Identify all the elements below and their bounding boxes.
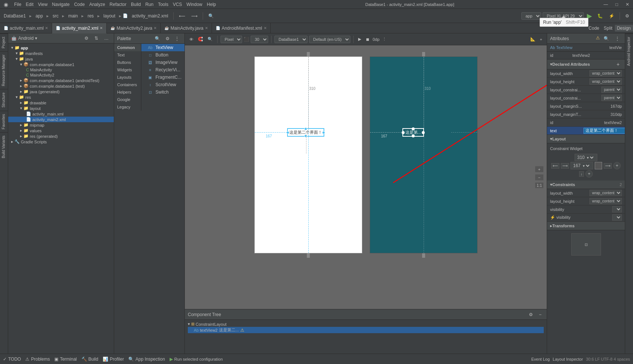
- top-value-dropdown[interactable]: ▾: [585, 155, 595, 160]
- tree-java-gen[interactable]: ▸ 📁 java (generated): [8, 89, 114, 94]
- todo-btn[interactable]: ✓ TODO: [3, 357, 21, 362]
- tree-values[interactable]: ▸ 📁 values: [8, 128, 114, 133]
- menu-vcs[interactable]: VCS: [171, 2, 184, 7]
- tab-androidmanifest-xml[interactable]: 📄 AndroidManifest.xml ✕: [212, 23, 271, 33]
- tab-close-icon[interactable]: ✕: [264, 26, 267, 30]
- add-constraint-btn[interactable]: +: [613, 162, 621, 169]
- left-constraint-btn[interactable]: ⟵: [551, 163, 559, 169]
- tree-mainactivity[interactable]: C MainActivity: [8, 67, 114, 72]
- component-tree-gear-btn[interactable]: ⚙: [527, 311, 535, 318]
- layout-inspector-btn[interactable]: Layout Inspector: [553, 357, 583, 361]
- canvas-more-btn[interactable]: ⋮: [381, 36, 388, 42]
- tree-app[interactable]: ▾ 📁 app: [8, 45, 114, 51]
- tree-gradle[interactable]: ▸ 🔧 Gradle Scripts: [8, 139, 114, 144]
- tree-drawable[interactable]: ▸ 📁 drawable: [8, 100, 114, 105]
- tree-layout[interactable]: ▾ 📁 layout: [8, 105, 114, 111]
- textview-element-white[interactable]: 这是第二个界面！: [287, 128, 324, 137]
- palette-buttons-header[interactable]: Buttons: [114, 59, 141, 66]
- palette-more-btn[interactable]: ⋮: [173, 35, 181, 42]
- attr-layout-width-value[interactable]: wrap_content: [584, 70, 622, 77]
- tab-activity-main2-xml[interactable]: 📄 activity_main2.xml ✕: [52, 23, 107, 33]
- app-config-dropdown[interactable]: app: [521, 12, 541, 20]
- palette-fragment-item[interactable]: ▣ FragmentC...: [141, 74, 184, 81]
- palette-settings-btn[interactable]: ⚙: [163, 35, 172, 42]
- palette-helpers-header[interactable]: Helpers: [114, 88, 141, 96]
- resource-manager-tab[interactable]: Resource Manager: [0, 51, 8, 89]
- handle-right-dark[interactable]: [422, 131, 425, 134]
- constraints-layout-width-dropdown[interactable]: wrap_content: [589, 190, 622, 196]
- menu-tools[interactable]: Tools: [156, 2, 171, 7]
- problems-btn[interactable]: ⚠ Problems: [25, 357, 50, 362]
- constraints-layout-height-dropdown[interactable]: wrap_content: [589, 198, 622, 204]
- declared-attributes-header[interactable]: ▾ Declared Attributes +: [547, 59, 625, 69]
- tab-mainactivity2-java[interactable]: ☕ MainActivity2.java ✕: [107, 23, 161, 33]
- app-inspection-btn[interactable]: 🔍 App Inspection: [128, 357, 165, 362]
- palette-legacy-header[interactable]: Legacy: [114, 103, 141, 111]
- tree-manifests[interactable]: ▾ 📁 manifests: [8, 51, 114, 56]
- toolbar-search-btn[interactable]: 🔍: [206, 13, 216, 19]
- palette-scrollview-item[interactable]: ↕ ScrollView: [141, 81, 184, 88]
- attr-layout-width-dropdown[interactable]: wrap_content: [589, 70, 622, 77]
- toolbar-main-btn[interactable]: main: [66, 13, 80, 19]
- textview-element-dark[interactable]: 这是第...: [402, 128, 424, 137]
- right-arrow-btn[interactable]: ⟶: [604, 163, 612, 169]
- constraints-section-header[interactable]: ▾ Constraints 2: [547, 181, 625, 189]
- canvas-scale-dropdown[interactable]: 30: [251, 36, 268, 43]
- left-arrow-btn[interactable]: ⟶: [561, 163, 569, 169]
- tree-res[interactable]: ▾ 📁 res: [8, 94, 114, 100]
- structure-tab[interactable]: Structure: [0, 89, 8, 111]
- tab-activity-main-xml[interactable]: 📄 activity_main.xml ✕: [0, 23, 52, 33]
- bottom-constraint-btn[interactable]: ↓: [579, 171, 584, 177]
- tab-close-icon[interactable]: ✕: [154, 26, 157, 30]
- menu-code[interactable]: Code: [72, 2, 87, 7]
- left-value-input[interactable]: 167 ▾: [571, 162, 593, 169]
- canvas-main[interactable]: 这是第二个界面！: [185, 45, 547, 309]
- view-design-btn[interactable]: Design: [615, 25, 633, 32]
- attr-text-input[interactable]: [584, 128, 625, 134]
- zoom-in-btn[interactable]: +: [535, 166, 544, 173]
- handle-bottom[interactable]: [304, 134, 307, 137]
- canvas-locale-dropdown[interactable]: Default (en-US): [309, 36, 350, 43]
- canvas-ruler-btn[interactable]: 📐: [529, 36, 537, 42]
- tree-java[interactable]: ▾ 📁 java: [8, 56, 114, 62]
- toolbar-src-btn[interactable]: src: [50, 13, 61, 19]
- transforms-section-header[interactable]: ▸ Transforms: [547, 222, 625, 230]
- palette-containers-header[interactable]: Containers: [114, 81, 141, 88]
- attr-text-row[interactable]: text: [547, 127, 625, 135]
- view-split-btn[interactable]: Split: [601, 25, 614, 32]
- canvas-stop-btn[interactable]: ⏹: [364, 36, 371, 42]
- layout-section-header[interactable]: ▾ Layout: [547, 135, 625, 143]
- palette-imageview-item[interactable]: 🖼 ImageView: [141, 59, 184, 66]
- favorites-tab[interactable]: Favorites: [0, 111, 8, 132]
- menu-edit[interactable]: Edit: [23, 2, 36, 7]
- toolbar-res-btn[interactable]: res: [85, 13, 96, 19]
- tree-textview2[interactable]: Ab textView2 这是第二... ⚠: [188, 327, 544, 333]
- tree-pkg3[interactable]: ▸ 📦 com.example.database1 (test): [8, 83, 114, 89]
- canvas-zoom-btn[interactable]: 🔍: [206, 36, 214, 42]
- maximize-btn[interactable]: □: [613, 2, 620, 7]
- toolbar-app-btn[interactable]: app: [33, 13, 45, 19]
- constraints-layout-height-val[interactable]: wrap_content: [584, 198, 622, 204]
- android-inspector-tab[interactable]: Android Inspector: [625, 33, 633, 69]
- tree-mipmap[interactable]: ▸ 📁 mipmap: [8, 122, 114, 128]
- palette-switch-item[interactable]: ⊡ Switch: [141, 88, 184, 96]
- component-tree-collapse-btn[interactable]: −: [537, 311, 544, 318]
- menu-navigate[interactable]: Navigate: [50, 2, 72, 7]
- menu-analyze[interactable]: Analyze: [87, 2, 107, 7]
- palette-text-header[interactable]: Text: [114, 51, 141, 59]
- project-more-icon[interactable]: …: [102, 35, 111, 42]
- menu-window[interactable]: Window: [184, 2, 205, 7]
- phone-preview-teal[interactable]: 这是第...: [370, 56, 478, 253]
- build-btn[interactable]: 🔨 Build: [81, 357, 99, 362]
- palette-search-btn[interactable]: 🔍: [152, 35, 163, 42]
- project-sort-icon[interactable]: ⇅: [92, 35, 100, 42]
- toolbar-layout-btn[interactable]: layout: [101, 13, 118, 19]
- profile-button[interactable]: ⚡: [607, 13, 617, 19]
- tab-close-icon[interactable]: ✕: [205, 26, 208, 30]
- constraints-layout-width-val[interactable]: wrap_content: [584, 190, 622, 196]
- tree-activity-main-xml[interactable]: 📄 activity_main.xml: [8, 111, 114, 117]
- palette-common-header[interactable]: Common: [114, 44, 141, 51]
- palette-recyclerview-item[interactable]: ≡ RecyclerVi...: [141, 66, 184, 74]
- constraints-visibility-dropdown[interactable]: [612, 206, 622, 212]
- profiler-btn[interactable]: 📊 Profiler: [103, 357, 124, 362]
